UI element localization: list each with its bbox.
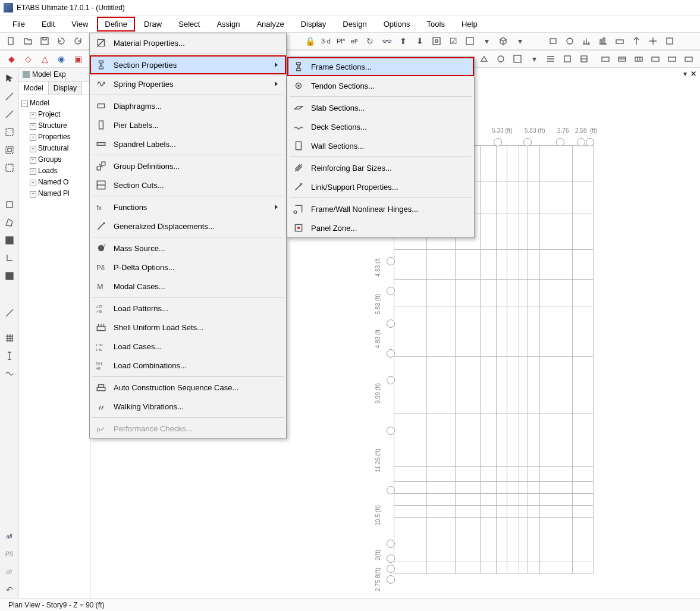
tree-item[interactable]: +Named Pl [21, 188, 87, 199]
lock-icon[interactable]: 🔒 [302, 33, 318, 49]
tree-root[interactable]: −Model [21, 98, 87, 109]
t2d-icon[interactable]: ◉ [54, 51, 69, 67]
expand-icon[interactable]: + [30, 146, 36, 152]
menu-item-pier-labels[interactable]: Pier Labels... [90, 115, 286, 134]
all-button[interactable]: all [1, 528, 18, 544]
menu-define[interactable]: Define [97, 17, 135, 32]
draw-fill2-icon[interactable] [1, 268, 18, 284]
menu-options[interactable]: Options [376, 17, 418, 32]
redo-icon[interactable] [70, 33, 86, 49]
chevron-down-icon[interactable]: ▾ [512, 33, 528, 49]
cube-icon[interactable] [495, 33, 511, 49]
menu-item-load-cases[interactable]: 1.0D1.5ELoad Cases... [90, 337, 286, 356]
menu-item-performance-checks[interactable]: p✓Performance Checks... [90, 419, 286, 438]
menu-item-shell-uniform-load-sets[interactable]: Shell Uniform Load Sets... [90, 318, 286, 337]
shape5-icon[interactable] [612, 33, 627, 49]
menu-item-auto-construction-sequence-case[interactable]: Auto Construction Sequence Case... [90, 378, 286, 397]
expand-icon[interactable]: + [30, 168, 36, 175]
menu-item-mass-source[interactable]: ?Mass Source... [90, 239, 286, 258]
panel-tab-display[interactable]: Display [49, 82, 82, 95]
define-menu[interactable]: Material Properties...Section Properties… [89, 33, 287, 438]
arrow-down-icon[interactable]: ⬇ [412, 33, 428, 49]
menu-draw[interactable]: Draw [136, 17, 169, 32]
t2r8-icon[interactable] [560, 51, 575, 67]
open-icon[interactable] [20, 33, 36, 49]
t2a-icon[interactable]: ◆ [4, 51, 19, 67]
tree-item[interactable]: +Structural [21, 143, 87, 154]
sel-inside-icon[interactable] [1, 142, 18, 158]
tree-item[interactable]: +Properties [21, 131, 87, 143]
expand-icon[interactable]: + [30, 134, 36, 141]
expand-icon[interactable]: + [30, 191, 36, 198]
menu-item-walking-vibrations[interactable]: Walking Vibrations... [90, 397, 286, 416]
canvas-dropdown-icon[interactable]: ▾ [683, 70, 687, 78]
rotate-icon[interactable]: ↻ [362, 33, 378, 49]
menu-item-panel-zone[interactable]: Panel Zone... [287, 218, 474, 237]
clr-button[interactable]: clr [1, 563, 18, 580]
menu-help[interactable]: Help [454, 17, 485, 32]
tree-item[interactable]: +Loads [21, 165, 87, 177]
t2r3-icon[interactable] [476, 51, 492, 67]
menu-display[interactable]: Display [293, 17, 334, 32]
expand-icon[interactable]: + [30, 180, 36, 186]
t2b-icon[interactable]: ◇ [20, 51, 36, 67]
plan-label[interactable]: Plª [334, 37, 347, 45]
tree-item[interactable]: +Structure [21, 120, 87, 131]
menu-analyze[interactable]: Analyze [249, 17, 291, 32]
arrow-up-icon[interactable]: ⬆ [395, 33, 411, 49]
t2s5-icon[interactable] [664, 51, 680, 67]
threeD-label[interactable]: 3-d [319, 37, 333, 45]
menu-item-frame-sections[interactable]: Frame Sections... [287, 57, 474, 76]
collapse-icon[interactable]: − [21, 101, 28, 107]
menu-item-load-combinations[interactable]: D+L+ELoad Combinations... [90, 356, 286, 375]
menu-item-p-delta-options[interactable]: PδP-Delta Options... [90, 258, 286, 277]
shape6-icon[interactable] [629, 33, 644, 49]
menu-item-generalized-displacements[interactable]: Generalized Displacements... [90, 217, 286, 236]
menu-item-functions[interactable]: fxFunctions [90, 198, 286, 217]
grid-icon[interactable] [1, 330, 18, 346]
menu-edit[interactable]: Edit [34, 17, 62, 32]
menu-select[interactable]: Select [171, 17, 208, 32]
menu-item-slab-sections[interactable]: Slab Sections... [287, 98, 474, 117]
glasses-icon[interactable]: 👓 [379, 33, 394, 49]
undo-sel-icon[interactable]: ↶ [1, 581, 18, 598]
shape2-icon[interactable] [562, 33, 577, 49]
menu-item-diaphragms[interactable]: Diaphragms... [90, 96, 286, 115]
sel-frame-icon[interactable] [1, 88, 18, 105]
menu-view[interactable]: View [64, 17, 96, 32]
sel-cross-icon[interactable] [1, 159, 18, 176]
model-tree[interactable]: −Model +Project+Structure+Properties+Str… [19, 95, 90, 202]
menu-assign[interactable]: Assign [209, 17, 247, 32]
menu-item-load-patterns[interactable]: ✓D✓ELoad Patterns... [90, 299, 286, 318]
ps-button[interactable]: PS [1, 546, 18, 562]
shape7-icon[interactable] [645, 33, 661, 49]
menu-item-spring-properties[interactable]: Spring Properties [90, 74, 286, 93]
menu-file[interactable]: File [5, 17, 33, 32]
menu-item-wall-sections[interactable]: Wall Sections... [287, 136, 474, 155]
new-icon[interactable] [4, 33, 19, 49]
menu-item-group-definitions[interactable]: Group Definitions... [90, 156, 286, 176]
tree-item[interactable]: +Project [21, 109, 87, 120]
window-icon[interactable] [462, 33, 478, 49]
draw-L-icon[interactable] [1, 250, 18, 267]
sel-window-icon[interactable] [1, 124, 18, 140]
menu-item-tendon-sections[interactable]: Tendon Sections... [287, 76, 474, 95]
menu-item-deck-sections[interactable]: Deck Sections... [287, 117, 474, 136]
menu-item-material-properties[interactable]: Material Properties... [90, 33, 286, 52]
line-icon[interactable] [1, 106, 18, 123]
menu-item-section-properties[interactable]: Section Properties [90, 55, 286, 74]
draw-fill-icon[interactable] [1, 232, 18, 249]
section-properties-submenu[interactable]: Frame Sections...Tendon Sections...Slab … [287, 57, 475, 238]
expand-icon[interactable]: + [30, 123, 36, 130]
shape3-icon[interactable] [579, 33, 594, 49]
t2r5-icon[interactable] [510, 51, 525, 67]
shape1-icon[interactable] [545, 33, 561, 49]
t2s3-icon[interactable] [631, 51, 646, 67]
shape4-icon[interactable] [595, 33, 611, 49]
draw-rect-icon[interactable] [1, 196, 18, 213]
close-icon[interactable]: ✕ [690, 70, 696, 78]
menu-item-frame-wall-nonlinear-hinges[interactable]: Frame/Wall Nonlinear Hinges... [287, 199, 474, 218]
tree-item[interactable]: +Groups [21, 154, 87, 165]
menu-item-link-support-properties[interactable]: ELink/Support Properties... [287, 177, 474, 196]
dim-line-icon[interactable] [1, 305, 18, 321]
